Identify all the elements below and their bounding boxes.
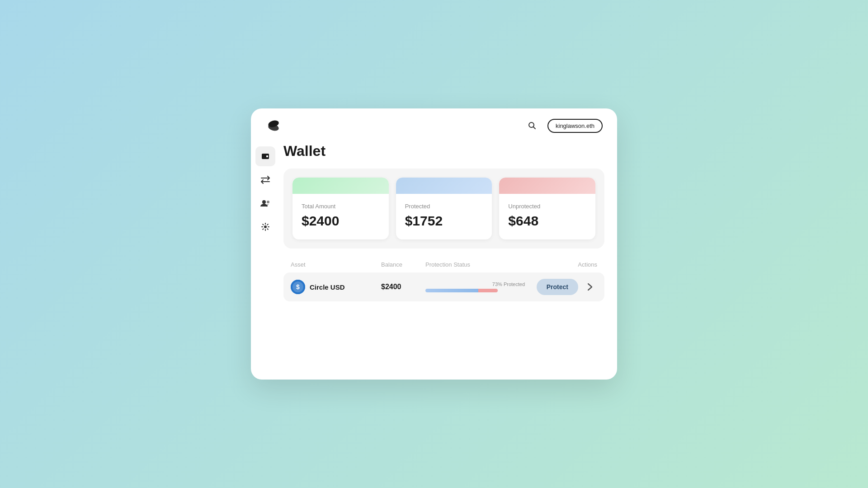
stat-card-body-protected: Protected $1752 bbox=[396, 194, 492, 239]
protection-label: 73% Protected bbox=[425, 282, 525, 287]
svg-point-8 bbox=[264, 225, 267, 228]
table-header-actions: Actions bbox=[525, 261, 597, 268]
table-header-asset: Asset bbox=[291, 261, 381, 268]
svg-rect-5 bbox=[266, 155, 268, 157]
page-title: Wallet bbox=[283, 143, 604, 160]
chevron-right-icon[interactable] bbox=[583, 280, 597, 294]
stat-card-total: Total Amount $2400 bbox=[292, 178, 389, 239]
account-badge[interactable]: kinglawson.eth bbox=[547, 119, 603, 133]
stat-card-unprotected: Unprotected $648 bbox=[499, 178, 595, 239]
balance-cell: $2400 bbox=[381, 283, 425, 291]
protection-cell: 73% Protected bbox=[425, 282, 525, 292]
protect-button[interactable]: Protect bbox=[537, 279, 578, 295]
stat-value-total: $2400 bbox=[302, 213, 380, 229]
stat-label-total: Total Amount bbox=[302, 203, 380, 210]
stat-value-protected: $1752 bbox=[405, 213, 483, 229]
stat-card-protected: Protected $1752 bbox=[396, 178, 492, 239]
svg-line-3 bbox=[533, 127, 536, 129]
sidebar-item-wallet[interactable] bbox=[255, 146, 275, 166]
svg-point-7 bbox=[267, 201, 269, 203]
table-header-protection: Protection Status bbox=[425, 261, 525, 268]
asset-cell: $ Circle USD bbox=[291, 280, 381, 294]
protection-bar-unprotected bbox=[478, 289, 498, 292]
protection-bar-container bbox=[425, 289, 498, 292]
stats-container: Total Amount $2400 Protected $1752 Unpro… bbox=[283, 169, 604, 249]
sidebar-item-contacts[interactable] bbox=[255, 193, 275, 213]
stat-card-top-blue bbox=[396, 178, 492, 194]
table-header-balance: Balance bbox=[381, 261, 425, 268]
table-header: Asset Balance Protection Status Actions bbox=[283, 261, 604, 272]
table-row: $ Circle USD $2400 73% Protected bbox=[291, 279, 597, 295]
stat-value-unprotected: $648 bbox=[508, 213, 586, 229]
header-right: kinglawson.eth bbox=[524, 117, 603, 134]
stat-card-body-unprotected: Unprotected $648 bbox=[499, 194, 595, 239]
main-layout: Wallet Total Amount $2400 Protected $175… bbox=[251, 143, 617, 380]
svg-point-6 bbox=[262, 200, 266, 204]
table-row-container: $ Circle USD $2400 73% Protected bbox=[283, 272, 604, 301]
asset-icon-circle-usd: $ bbox=[291, 280, 305, 294]
header: kinglawson.eth bbox=[251, 108, 617, 143]
sidebar bbox=[251, 143, 280, 380]
protection-bar-fill bbox=[425, 289, 478, 292]
sidebar-item-transfer[interactable] bbox=[255, 170, 275, 190]
app-container: kinglawson.eth bbox=[251, 108, 617, 380]
actions-cell: Protect bbox=[525, 279, 597, 295]
svg-text:$: $ bbox=[296, 283, 300, 291]
stat-label-protected: Protected bbox=[405, 203, 483, 210]
logo-icon bbox=[265, 117, 282, 134]
asset-name: Circle USD bbox=[310, 283, 345, 291]
stat-card-body-total: Total Amount $2400 bbox=[292, 194, 389, 239]
content: Wallet Total Amount $2400 Protected $175… bbox=[280, 143, 617, 380]
sidebar-item-settings[interactable] bbox=[255, 217, 275, 237]
stat-label-unprotected: Unprotected bbox=[508, 203, 586, 210]
stat-card-top-red bbox=[499, 178, 595, 194]
search-button[interactable] bbox=[524, 117, 540, 134]
stat-card-top-green bbox=[292, 178, 389, 194]
